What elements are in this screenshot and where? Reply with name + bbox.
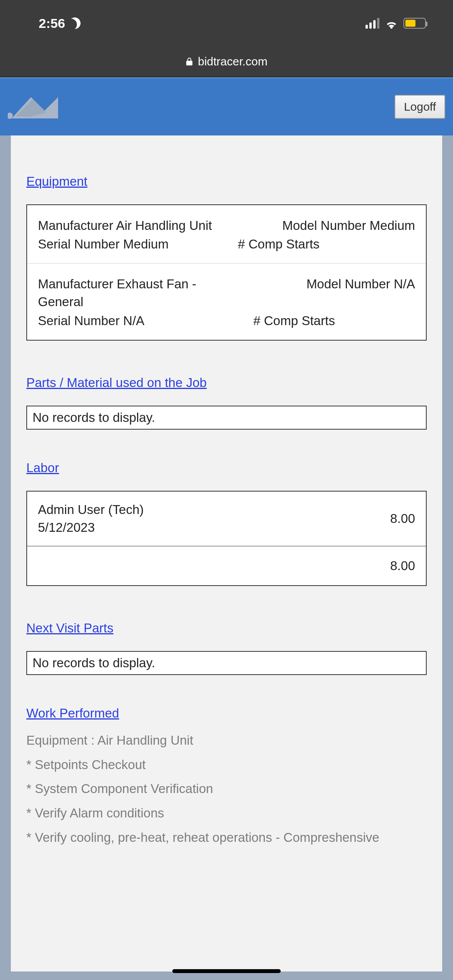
work-performed-section-link[interactable]: Work Performed xyxy=(26,706,119,721)
equipment-row: Manufacturer Exhaust Fan - General Model… xyxy=(27,264,426,339)
label-serial: Serial Number xyxy=(38,314,123,328)
labor-total-row: 8.00 xyxy=(27,547,426,585)
parts-table: No records to display. xyxy=(26,406,427,430)
equipment-comp-starts: # Comp Starts xyxy=(238,237,415,252)
parts-section-link[interactable]: Parts / Material used on the Job xyxy=(26,375,207,390)
work-performed-task: * Verify cooling, pre-heat, reheat opera… xyxy=(26,826,427,850)
label-comp-starts: # Comp Starts xyxy=(238,237,319,251)
next-visit-empty-text: No records to display. xyxy=(33,656,155,670)
labor-section-link[interactable]: Labor xyxy=(26,461,59,475)
value-manufacturer: Air Handling Unit xyxy=(116,218,212,233)
value-serial: Medium xyxy=(123,237,168,251)
equipment-comp-starts: # Comp Starts xyxy=(238,314,415,328)
equipment-serial: Serial Number N/A xyxy=(38,314,238,328)
equipment-section-link[interactable]: Equipment xyxy=(26,174,88,189)
status-time: 2:56 xyxy=(39,16,65,31)
label-model: Model Number xyxy=(282,218,370,233)
parts-empty-text: No records to display. xyxy=(33,410,155,425)
app-header: Logoff xyxy=(0,77,453,135)
browser-domain: bidtracer.com xyxy=(198,55,268,68)
work-performed-equipment: Equipment : Air Handling Unit xyxy=(26,728,427,753)
equipment-table: Manufacturer Air Handling Unit Model Num… xyxy=(26,204,427,341)
labor-user-name: Admin User (Tech) xyxy=(38,501,361,519)
labor-table: Admin User (Tech) 5/12/2023 8.00 8.00 xyxy=(26,491,427,586)
content-frame: Equipment Manufacturer Air Handling Unit… xyxy=(11,135,442,971)
label-comp-starts: # Comp Starts xyxy=(253,314,335,328)
equipment-manufacturer: Manufacturer Exhaust Fan - General xyxy=(38,275,238,311)
battery-icon xyxy=(403,18,426,29)
logoff-button[interactable]: Logoff xyxy=(395,95,445,119)
status-left: 2:56 xyxy=(39,16,81,31)
labor-date: 5/12/2023 xyxy=(38,519,361,536)
work-performed-block: Equipment : Air Handling Unit * Setpoint… xyxy=(26,728,427,850)
labor-total-hours: 8.00 xyxy=(361,559,415,573)
next-visit-table: No records to display. xyxy=(26,651,427,675)
labor-hours: 8.00 xyxy=(361,511,415,526)
labor-user-cell: Admin User (Tech) 5/12/2023 xyxy=(38,501,361,536)
ios-status-bar: 2:56 xyxy=(0,0,453,46)
do-not-disturb-icon xyxy=(67,16,82,31)
cellular-signal-icon xyxy=(365,18,379,29)
label-model: Model Number xyxy=(306,277,394,291)
value-serial: N/A xyxy=(123,314,144,328)
label-manufacturer: Manufacturer xyxy=(38,218,116,233)
wifi-icon xyxy=(385,18,398,28)
value-model: Medium xyxy=(370,218,415,233)
labor-row: Admin User (Tech) 5/12/2023 8.00 xyxy=(27,492,426,547)
work-performed-task: * Setpoints Checkout xyxy=(26,753,427,777)
browser-url-bar[interactable]: bidtracer.com xyxy=(0,46,453,77)
app-logo-icon xyxy=(8,87,62,126)
status-right xyxy=(365,18,426,29)
equipment-row: Manufacturer Air Handling Unit Model Num… xyxy=(27,205,426,264)
label-manufacturer: Manufacturer xyxy=(38,277,117,291)
equipment-serial: Serial Number Medium xyxy=(38,237,238,252)
equipment-model: Model Number Medium xyxy=(238,217,415,235)
lock-icon xyxy=(185,57,193,66)
work-performed-task: * System Component Verification xyxy=(26,777,427,801)
label-serial: Serial Number xyxy=(38,237,123,251)
value-model: N/A xyxy=(394,277,415,291)
next-visit-section-link[interactable]: Next Visit Parts xyxy=(26,621,113,636)
equipment-manufacturer: Manufacturer Air Handling Unit xyxy=(38,217,238,235)
equipment-model: Model Number N/A xyxy=(238,275,415,311)
work-performed-task: * Verify Alarm conditions xyxy=(26,801,427,826)
home-indicator[interactable] xyxy=(172,969,281,973)
